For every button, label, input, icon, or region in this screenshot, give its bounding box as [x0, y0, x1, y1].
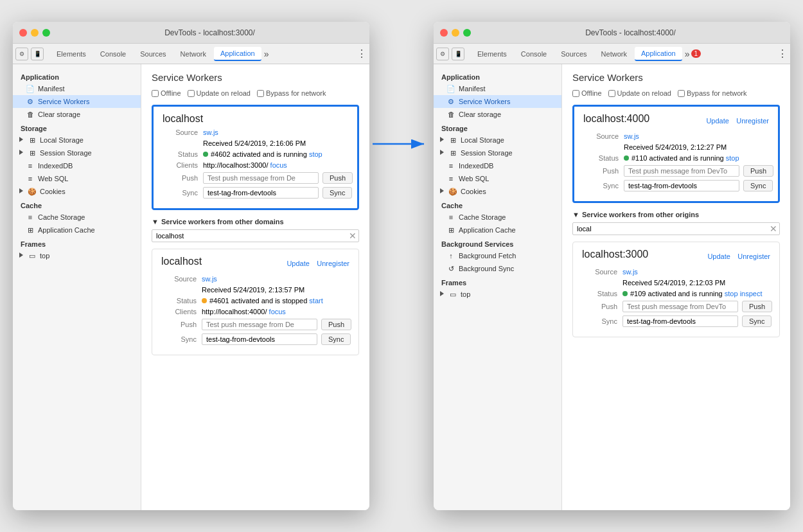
other-sync-button-1[interactable]: Sync [321, 333, 351, 345]
mobile-icon-2[interactable]: 📱 [452, 48, 464, 60]
sidebar-item-manifest-2[interactable]: 📄 Manifest [434, 82, 561, 95]
other-sync-input-1[interactable] [202, 333, 317, 345]
push-input-2[interactable] [624, 165, 739, 177]
other-clients-label-1: Clients [161, 308, 197, 315]
other-sw-update-link-1[interactable]: Update [287, 260, 309, 267]
close-button-2[interactable] [440, 29, 448, 37]
tab-network-1[interactable]: Network [174, 48, 213, 60]
bypass-network-checkbox-1[interactable] [257, 90, 264, 97]
other-sync-button-2[interactable]: Sync [742, 315, 772, 327]
sidebar-item-web-sql-1[interactable]: ≡ Web SQL [13, 172, 141, 185]
devtools-icon-2[interactable]: ⚙ [436, 48, 449, 60]
sidebar-item-top-frame-1[interactable]: ▭ top [13, 249, 141, 262]
update-on-reload-checkbox-1[interactable] [188, 90, 195, 97]
sidebar-item-session-storage-2[interactable]: ⊞ Session Storage [434, 146, 561, 159]
sidebar-item-indexed-db-1[interactable]: ≡ IndexedDB [13, 159, 141, 172]
sw-source-link-1[interactable]: sw.js [203, 129, 218, 136]
sw-stop-link-2[interactable]: stop [726, 154, 739, 162]
sidebar-item-local-storage-1[interactable]: ⊞ Local Storage [13, 134, 141, 146]
sidebar-item-web-sql-2[interactable]: ≡ Web SQL [434, 172, 561, 185]
update-on-reload-option-1[interactable]: Update on reload [188, 89, 251, 97]
push-button-2[interactable]: Push [743, 165, 773, 177]
offline-option-1[interactable]: Offline [152, 89, 181, 97]
sidebar-item-app-cache-1[interactable]: ⊞ Application Cache [13, 224, 141, 236]
filter-clear-2[interactable]: ✕ [770, 224, 777, 234]
sidebar-item-session-storage-1[interactable]: ⊞ Session Storage [13, 146, 141, 159]
collapse-icon-1[interactable]: ▼ [152, 218, 159, 226]
other-sw-unregister-link-2[interactable]: Unregister [737, 253, 770, 260]
sync-input-1[interactable] [203, 187, 319, 199]
minimize-button-2[interactable] [452, 29, 459, 37]
other-push-button-1[interactable]: Push [321, 319, 351, 330]
other-sw-stop-link-2[interactable]: stop [725, 290, 738, 297]
offline-checkbox-1[interactable] [152, 90, 159, 97]
bypass-network-checkbox-2[interactable] [678, 90, 685, 97]
devtools-icon-1[interactable]: ⚙ [15, 48, 28, 60]
offline-checkbox-2[interactable] [572, 90, 579, 97]
sidebar-item-manifest-1[interactable]: 📄 Manifest [13, 82, 141, 95]
maximize-button-2[interactable] [463, 29, 471, 37]
sidebar-item-cache-storage-1[interactable]: ≡ Cache Storage [13, 211, 141, 224]
tab-menu-2[interactable]: ⋮ [777, 48, 788, 60]
main-sw-update-link-2[interactable]: Update [706, 117, 728, 125]
other-push-button-2[interactable]: Push [742, 301, 772, 312]
push-input-1[interactable] [203, 172, 319, 184]
update-on-reload-option-2[interactable]: Update on reload [608, 89, 671, 97]
tab-network-2[interactable]: Network [595, 48, 633, 60]
filter-input-1[interactable] [152, 229, 359, 242]
update-on-reload-checkbox-2[interactable] [608, 90, 615, 97]
other-sw-focus-link-1[interactable]: focus [269, 308, 286, 315]
sw-source-link-2[interactable]: sw.js [624, 132, 639, 140]
other-sw-source-link-2[interactable]: sw.js [622, 268, 638, 276]
tab-sources-1[interactable]: Sources [134, 48, 172, 60]
sidebar-item-service-workers-1[interactable]: ⚙ Service Workers [13, 95, 141, 108]
sidebar-item-cookies-2[interactable]: 🍪 Cookies [434, 185, 561, 198]
tab-elements-1[interactable]: Elements [50, 48, 93, 60]
other-sw-start-link-1[interactable]: start [309, 297, 322, 305]
push-button-1[interactable]: Push [322, 172, 353, 184]
main-sw-unregister-link-2[interactable]: Unregister [736, 117, 769, 125]
collapse-icon-2[interactable]: ▼ [572, 211, 579, 218]
other-sync-input-2[interactable] [622, 315, 738, 327]
sidebar-item-clear-storage-1[interactable]: 🗑 Clear storage [13, 108, 141, 121]
sw-stop-link-1[interactable]: stop [309, 150, 322, 158]
tab-console-2[interactable]: Console [515, 48, 553, 60]
maximize-button-1[interactable] [42, 29, 50, 37]
sidebar-item-bg-sync-2[interactable]: ↺ Background Sync [434, 262, 561, 275]
other-push-input-2[interactable] [622, 301, 738, 312]
tab-application-2[interactable]: Application [635, 47, 682, 61]
mobile-icon-1[interactable]: 📱 [31, 48, 44, 60]
tab-sources-2[interactable]: Sources [554, 48, 593, 60]
sync-button-2[interactable]: Sync [743, 180, 773, 191]
tab-console-1[interactable]: Console [94, 48, 132, 60]
sidebar-item-top-frame-2[interactable]: ▭ top [434, 288, 561, 301]
sidebar-item-indexed-db-2[interactable]: ≡ IndexedDB [434, 159, 561, 172]
sidebar-item-service-workers-2[interactable]: ⚙ Service Workers [434, 95, 561, 108]
close-button-1[interactable] [19, 29, 27, 37]
tab-menu-1[interactable]: ⋮ [357, 48, 367, 60]
offline-option-2[interactable]: Offline [572, 89, 602, 97]
other-push-input-1[interactable] [202, 319, 317, 330]
sidebar-item-local-storage-2[interactable]: ⊞ Local Storage [434, 134, 561, 146]
tab-more-1[interactable]: » [264, 49, 269, 59]
tab-application-1[interactable]: Application [214, 47, 261, 61]
sidebar-item-clear-storage-2[interactable]: 🗑 Clear storage [434, 108, 561, 121]
other-sw-source-link-1[interactable]: sw.js [202, 275, 217, 283]
minimize-button-1[interactable] [31, 29, 39, 37]
tab-more-2[interactable]: » [685, 49, 690, 59]
sw-focus-link-1[interactable]: focus [270, 161, 287, 169]
tab-elements-2[interactable]: Elements [471, 48, 513, 60]
filter-clear-1[interactable]: ✕ [349, 231, 357, 241]
sidebar-item-cookies-1[interactable]: 🍪 Cookies [13, 185, 141, 198]
sync-button-1[interactable]: Sync [322, 187, 352, 199]
sync-input-2[interactable] [624, 180, 739, 191]
other-sw-unregister-link-1[interactable]: Unregister [317, 260, 349, 267]
other-sw-update-link-2[interactable]: Update [707, 253, 730, 260]
filter-input-2[interactable] [572, 222, 780, 235]
sidebar-item-bg-fetch-2[interactable]: ↑ Background Fetch [434, 249, 561, 262]
other-sw-inspect-link-2[interactable]: inspect [740, 290, 763, 297]
sidebar-item-app-cache-2[interactable]: ⊞ Application Cache [434, 224, 561, 236]
bypass-network-option-2[interactable]: Bypass for network [678, 89, 747, 97]
bypass-network-option-1[interactable]: Bypass for network [257, 89, 326, 97]
sidebar-item-cache-storage-2[interactable]: ≡ Cache Storage [434, 211, 561, 224]
